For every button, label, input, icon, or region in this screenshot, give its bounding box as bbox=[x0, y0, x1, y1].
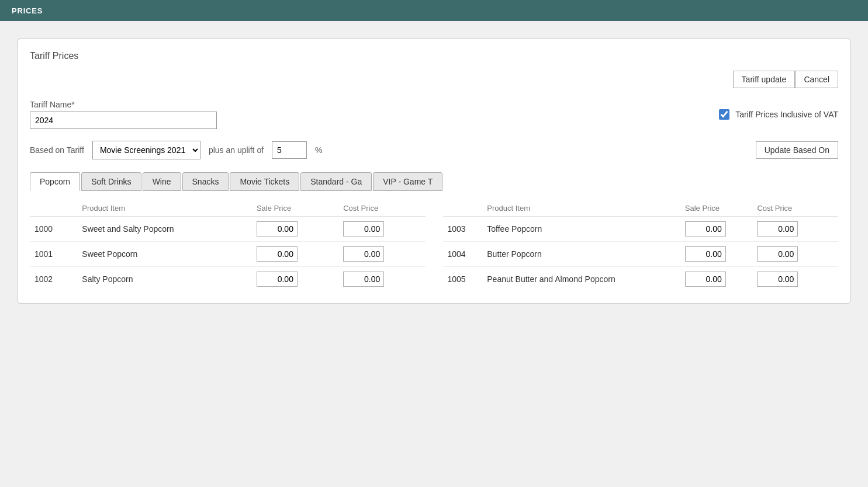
right-col-sale: Sale Price bbox=[680, 200, 753, 217]
row-cost[interactable] bbox=[752, 267, 825, 292]
row-id: 1000 bbox=[30, 217, 77, 242]
tariff-name-label: Tariff Name* bbox=[30, 100, 217, 109]
row-product: Butter Popcorn bbox=[482, 242, 680, 267]
uplift-input[interactable] bbox=[272, 141, 307, 159]
table-row: 1000 Sweet and Salty Popcorn bbox=[30, 217, 426, 242]
toolbar-row: Tariff update Cancel bbox=[30, 71, 838, 88]
row-sale[interactable] bbox=[680, 242, 753, 267]
based-on-tariff-select[interactable]: Movie Screenings 2021 Movie Screenings 2… bbox=[92, 141, 200, 159]
row-product: Toffee Popcorn bbox=[482, 217, 680, 242]
row-product: Peanut Butter and Almond Popcorn bbox=[482, 267, 680, 292]
tab-snacks[interactable]: Snacks bbox=[182, 172, 229, 191]
cost-price-input[interactable] bbox=[757, 221, 798, 236]
row-product: Salty Popcorn bbox=[77, 267, 252, 292]
tab-wine[interactable]: Wine bbox=[143, 172, 181, 191]
tables-section: Product Item Sale Price Cost Price 1000 … bbox=[30, 200, 838, 291]
table-row: 1005 Peanut Butter and Almond Popcorn bbox=[443, 267, 839, 292]
tab-soft-drinks[interactable]: Soft Drinks bbox=[81, 172, 141, 191]
cost-price-input[interactable] bbox=[343, 221, 384, 236]
row-cost[interactable] bbox=[752, 217, 825, 242]
vat-checkbox-label: Tariff Prices Inclusive of VAT bbox=[735, 110, 838, 119]
left-col-sale: Sale Price bbox=[252, 200, 338, 217]
tariff-name-input[interactable] bbox=[30, 112, 217, 129]
tariff-name-row: Tariff Name* Tariff Prices Inclusive of … bbox=[30, 100, 838, 129]
tariff-prices-card: Tariff Prices Tariff update Cancel Tarif… bbox=[18, 39, 850, 304]
row-actions bbox=[825, 217, 838, 242]
page-title: PRICES bbox=[12, 6, 43, 15]
sale-price-input[interactable] bbox=[257, 272, 298, 287]
based-on-row: Based on Tariff Movie Screenings 2021 Mo… bbox=[30, 141, 838, 159]
cost-price-input[interactable] bbox=[343, 246, 384, 262]
row-sale[interactable] bbox=[252, 267, 338, 292]
row-product: Sweet and Salty Popcorn bbox=[77, 217, 252, 242]
cost-price-input[interactable] bbox=[757, 272, 798, 287]
update-based-on-button[interactable]: Update Based On bbox=[756, 141, 838, 159]
row-id: 1002 bbox=[30, 267, 77, 292]
right-col-extra bbox=[825, 200, 838, 217]
cancel-button[interactable]: Cancel bbox=[795, 71, 838, 88]
table-row: 1003 Toffee Popcorn bbox=[443, 217, 839, 242]
row-sale[interactable] bbox=[252, 217, 338, 242]
row-product: Sweet Popcorn bbox=[77, 242, 252, 267]
table-row: 1001 Sweet Popcorn bbox=[30, 242, 426, 267]
row-actions bbox=[825, 242, 838, 267]
tabs-row: Popcorn Soft Drinks Wine Snacks Movie Ti… bbox=[30, 172, 838, 191]
vat-checkbox[interactable] bbox=[719, 109, 729, 120]
row-cost[interactable] bbox=[752, 242, 825, 267]
tab-movie-tickets[interactable]: Movie Tickets bbox=[230, 172, 299, 191]
row-sale[interactable] bbox=[680, 267, 753, 292]
table-row: 1002 Salty Popcorn bbox=[30, 267, 426, 292]
row-id: 1004 bbox=[443, 242, 483, 267]
vat-checkbox-row: Tariff Prices Inclusive of VAT bbox=[719, 109, 838, 120]
sale-price-input[interactable] bbox=[685, 221, 726, 236]
row-sale[interactable] bbox=[252, 242, 338, 267]
tariff-update-button[interactable]: Tariff update bbox=[733, 71, 796, 88]
tab-standard-ga[interactable]: Standard - Ga bbox=[300, 172, 372, 191]
row-cost[interactable] bbox=[338, 217, 425, 242]
tariff-name-group: Tariff Name* bbox=[30, 100, 217, 129]
sale-price-input[interactable] bbox=[257, 246, 298, 262]
cost-price-input[interactable] bbox=[757, 246, 798, 262]
row-actions bbox=[825, 267, 838, 292]
row-id: 1001 bbox=[30, 242, 77, 267]
left-col-cost: Cost Price bbox=[338, 200, 425, 217]
right-col-product: Product Item bbox=[482, 200, 680, 217]
left-col-id bbox=[30, 200, 77, 217]
right-price-table: Product Item Sale Price Cost Price 1003 … bbox=[443, 200, 839, 291]
sale-price-input[interactable] bbox=[257, 221, 298, 236]
right-col-cost: Cost Price bbox=[752, 200, 825, 217]
row-sale[interactable] bbox=[680, 217, 753, 242]
percent-label: % bbox=[315, 145, 322, 155]
row-cost[interactable] bbox=[338, 242, 425, 267]
uplift-label: plus an uplift of bbox=[209, 145, 264, 155]
left-price-table: Product Item Sale Price Cost Price 1000 … bbox=[30, 200, 426, 291]
card-title: Tariff Prices bbox=[30, 51, 838, 61]
based-on-tariff-label: Based on Tariff bbox=[30, 145, 84, 155]
tab-popcorn[interactable]: Popcorn bbox=[30, 172, 80, 191]
table-row: 1004 Butter Popcorn bbox=[443, 242, 839, 267]
top-bar: PRICES bbox=[0, 0, 868, 21]
left-col-product: Product Item bbox=[77, 200, 252, 217]
row-cost[interactable] bbox=[338, 267, 425, 292]
cost-price-input[interactable] bbox=[343, 272, 384, 287]
sale-price-input[interactable] bbox=[685, 246, 726, 262]
row-id: 1003 bbox=[443, 217, 483, 242]
right-col-id bbox=[443, 200, 483, 217]
sale-price-input[interactable] bbox=[685, 272, 726, 287]
row-id: 1005 bbox=[443, 267, 483, 292]
tab-vip-game-t[interactable]: VIP - Game T bbox=[373, 172, 442, 191]
